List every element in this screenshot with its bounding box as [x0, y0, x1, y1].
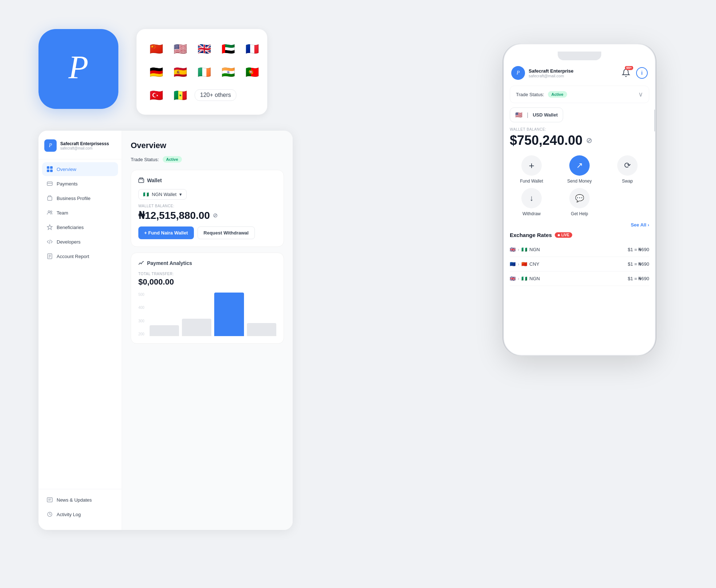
scene: P 🇨🇳 🇺🇸 🇬🇧 🇦🇪 🇫🇷 🇩🇪 🇪🇸 🇮🇪 🇮🇳 🇵🇹 🇹🇷 🇸🇳 12…	[31, 22, 685, 566]
sidebar-footer: News & Updates Activity Log	[38, 489, 122, 521]
notification-badge: 99+	[625, 66, 633, 70]
ngn-flag-3: 🇳🇬	[521, 276, 527, 281]
svg-point-7	[48, 211, 50, 213]
phone-company-name: Safecraft Enterprise	[529, 68, 574, 74]
nav-payments[interactable]: Payments	[42, 177, 118, 191]
svg-line-10	[49, 240, 50, 244]
see-all-row: See All ›	[510, 222, 649, 228]
wallet-icon	[138, 177, 144, 183]
payments-icon	[46, 180, 53, 187]
total-transfer-label: TOTAL TRANSFER:	[138, 272, 276, 276]
request-withdrawal-button[interactable]: Request Withdrawal	[198, 226, 255, 239]
team-label: Team	[57, 210, 68, 216]
flag-us: 🇺🇸	[171, 39, 190, 58]
developers-icon	[46, 238, 53, 245]
nav-activity[interactable]: Activity Log	[42, 507, 118, 521]
phone-topbar-right: 99+ i	[619, 66, 648, 79]
news-icon	[46, 497, 53, 503]
nav-news[interactable]: News & Updates	[42, 493, 118, 507]
account-report-icon	[46, 253, 53, 260]
flags-row-1: 🇨🇳 🇺🇸 🇬🇧 🇦🇪 🇫🇷	[147, 39, 257, 58]
nav-business-profile[interactable]: Business Profile	[42, 191, 118, 205]
send-money-btn[interactable]: ↗	[569, 155, 590, 176]
see-all-link[interactable]: See All ›	[631, 222, 649, 228]
company-name: Safecraft Enterprisesss	[60, 141, 109, 146]
sidebar-company: Safecraft Enterprisesss safecraft@mail.c…	[60, 141, 109, 150]
toggle-balance-icon[interactable]: ⊘	[213, 212, 217, 219]
flag-pt: 🇵🇹	[243, 62, 261, 81]
notification-button[interactable]: 99+	[619, 66, 632, 79]
bar-2	[182, 319, 211, 336]
phone-trade-status-row: Trade Status: Active ∨	[510, 86, 649, 103]
svg-rect-3	[50, 170, 53, 172]
app-icon: P	[38, 29, 118, 109]
cny-flag-2: 🇨🇳	[521, 261, 527, 267]
fund-wallet-action-label: Fund Wallet	[520, 179, 543, 184]
svg-rect-6	[48, 197, 52, 200]
developers-label: Developers	[57, 239, 81, 245]
dashboard-card: P Safecraft Enterprisesss safecraft@mail…	[38, 131, 293, 530]
phone-topbar: P Safecraft Enterprise safecraft@mail.co…	[510, 66, 649, 80]
activity-icon	[46, 511, 53, 518]
status-badge: Active	[163, 156, 182, 163]
flag-cn: 🇨🇳	[147, 39, 166, 58]
withdraw-btn[interactable]: ↓	[521, 188, 542, 208]
exchange-title: Exchange Rates	[510, 232, 552, 238]
sidebar-header: P Safecraft Enterprisesss safecraft@mail…	[38, 139, 122, 159]
nav-developers[interactable]: Developers	[42, 235, 118, 249]
swap-btn[interactable]: ⟳	[617, 155, 638, 176]
flags-row-2: 🇩🇪 🇪🇸 🇮🇪 🇮🇳 🇵🇹	[147, 62, 257, 81]
business-profile-label: Business Profile	[57, 196, 90, 201]
phone-avatar: P	[511, 66, 525, 80]
fund-wallet-button[interactable]: + Fund Naira Wallet	[138, 226, 194, 239]
phone-company-email: safecraft@mail.com	[529, 74, 574, 78]
svg-rect-19	[139, 179, 144, 183]
rate-row-3: 🇬🇧 › 🇳🇬 NGN $1 = ₦690	[510, 271, 649, 286]
nav-overview[interactable]: Overview	[42, 162, 118, 176]
analytics-icon	[138, 260, 144, 266]
flags-card: 🇨🇳 🇺🇸 🇬🇧 🇦🇪 🇫🇷 🇩🇪 🇪🇸 🇮🇪 🇮🇳 🇵🇹 🇹🇷 🇸🇳 120+…	[137, 29, 267, 115]
get-help-btn[interactable]: 💬	[569, 188, 590, 208]
swap-label: Swap	[622, 179, 633, 184]
nav-account-report[interactable]: Account Report	[42, 249, 118, 263]
phone-actions: + Fund Wallet ↗ Send Money ⟳ Swap ↓ With…	[510, 155, 649, 216]
chevron-down-icon[interactable]: ∨	[638, 90, 643, 98]
page-title: Overview	[131, 141, 284, 150]
others-button[interactable]: 120+ others	[195, 89, 236, 101]
nav-team[interactable]: Team	[42, 206, 118, 220]
wallet-section: Wallet 🇳🇬 NGN Wallet ▾ WALLET BALANCE: ₦…	[131, 170, 284, 247]
app-icon-letter: P	[69, 51, 89, 84]
flags-row-3: 🇹🇷 🇸🇳 120+ others	[147, 86, 257, 105]
main-content: Overview Trade Status: Active Wallet 🇳🇬 …	[122, 131, 293, 530]
exchange-header: Exchange Rates LIVE	[510, 232, 649, 238]
info-button[interactable]: i	[636, 67, 648, 79]
y-label-500: 500	[138, 293, 145, 297]
withdraw-action: ↓ Withdraw	[510, 188, 553, 216]
phone-container: P Safecraft Enterprise safecraft@mail.co…	[503, 44, 678, 552]
nav-beneficiaries[interactable]: Beneficiaries	[42, 220, 118, 234]
phone-balance-display: $750,240.00 ⊘	[510, 133, 649, 148]
phone-status-badge: Active	[548, 91, 567, 98]
wallet-selector[interactable]: 🇳🇬 NGN Wallet ▾	[138, 189, 187, 200]
rate-value-2: $1 = ₦690	[628, 261, 649, 267]
fund-wallet-btn[interactable]: +	[521, 155, 542, 176]
get-help-label: Get Help	[571, 211, 588, 216]
analytics-section: Payment Analytics TOTAL TRANSFER: $0,000…	[131, 253, 284, 344]
rate-value-1: $1 = ₦690	[628, 247, 649, 252]
rate-pair-3: 🇬🇧 › 🇳🇬 NGN	[510, 276, 540, 281]
bar-1	[150, 325, 179, 336]
wallet-actions: + Fund Naira Wallet Request Withdrawal	[138, 226, 276, 239]
phone-side-button	[654, 110, 656, 131]
beneficiaries-icon	[46, 224, 53, 230]
wallet-balance-label: WALLET BALANCE:	[138, 204, 276, 208]
flag-in: 🇮🇳	[219, 62, 237, 81]
arrow-1: ›	[518, 247, 519, 252]
y-label-300: 300	[138, 319, 145, 323]
flag-de: 🇩🇪	[147, 62, 166, 81]
phone-toggle-balance[interactable]: ⊘	[586, 136, 592, 145]
flag-es: 🇪🇸	[171, 62, 190, 81]
phone-wallet-selector[interactable]: 🇺🇸 | USD Wallet	[510, 107, 563, 122]
rate-value-3: $1 = ₦690	[628, 276, 649, 281]
live-dot	[558, 234, 560, 236]
bar-4	[247, 323, 276, 336]
